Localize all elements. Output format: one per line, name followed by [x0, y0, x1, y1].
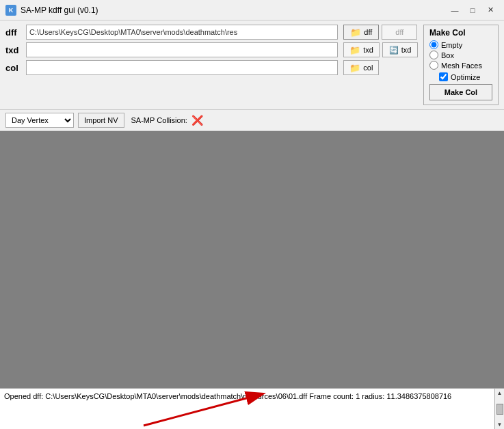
radio-empty-input[interactable]	[429, 40, 438, 49]
txd-folder-button[interactable]: 📁 txd	[343, 42, 380, 57]
collision-label: SA-MP Collision:	[131, 116, 187, 124]
dff-folder-button[interactable]: 📁 dff	[343, 25, 379, 40]
scrollbar-down-arrow[interactable]: ▼	[497, 421, 503, 428]
import-nv-button[interactable]: Import NV	[78, 113, 124, 128]
radio-empty-label: Empty	[441, 41, 462, 49]
folder-icon-txd: 📁	[349, 45, 360, 55]
radio-mesh[interactable]: Mesh Faces	[429, 61, 492, 70]
close-button[interactable]: ✕	[482, 3, 499, 17]
folder-icon-col: 📁	[349, 63, 360, 73]
dff-action-label: dff	[395, 28, 403, 36]
minimize-button[interactable]: —	[447, 3, 463, 17]
dff-action-button[interactable]: dff	[382, 25, 417, 40]
radio-box-input[interactable]	[429, 51, 438, 59]
radio-box-label: Box	[441, 51, 454, 59]
optimize-checkbox-input[interactable]	[439, 72, 448, 81]
txd-label: txd	[5, 45, 22, 55]
dff-label: dff	[5, 27, 22, 38]
txd-input[interactable]	[26, 42, 338, 57]
col-folder-button[interactable]: 📁 col	[343, 60, 379, 75]
status-bar: Opened dff: C:\Users\KeysCG\Desktop\MTA0…	[0, 388, 504, 429]
refresh-icon: 🔄	[389, 46, 399, 55]
dff-btn-row: 📁 dff dff	[343, 25, 417, 40]
svg-line-1	[144, 398, 246, 426]
window-controls: — □ ✕	[447, 3, 499, 17]
scrollbar-up-arrow[interactable]: ▲	[497, 390, 503, 396]
radio-mesh-input[interactable]	[429, 61, 438, 70]
app-icon: K	[5, 5, 16, 16]
folder-icon: 📁	[350, 27, 361, 38]
viewport	[0, 131, 504, 388]
title-bar-left: K SA-MP kdff gui (v0.1)	[5, 5, 98, 16]
txd-btn-row: 📁 txd 🔄 txd	[343, 42, 418, 57]
vertex-dropdown[interactable]: Day Vertex Night Vertex Day All Night Al…	[5, 113, 74, 128]
make-col-section: Make Col Empty Box Mesh Faces Optimize	[423, 25, 499, 105]
dff-row: dff	[5, 25, 338, 40]
col-label: col	[5, 63, 22, 73]
main-content: dff txd col 📁 dff d	[0, 20, 504, 429]
txd-refresh-label: txd	[401, 46, 412, 54]
radio-box[interactable]: Box	[429, 51, 492, 59]
window-title: SA-MP kdff gui (v0.1)	[21, 5, 98, 15]
make-col-title: Make Col	[429, 28, 492, 38]
file-button-group: 📁 dff dff 📁 txd 🔄 txd	[343, 25, 418, 75]
col-row: col	[5, 60, 338, 75]
col-btn-row: 📁 col	[343, 60, 379, 75]
make-col-radio-group: Empty Box Mesh Faces	[429, 40, 492, 70]
title-bar: K SA-MP kdff gui (v0.1) — □ ✕	[0, 0, 504, 20]
dff-input[interactable]	[26, 25, 338, 40]
red-arrow-annotation	[137, 391, 274, 429]
maximize-button[interactable]: □	[464, 3, 481, 17]
optimize-checkbox[interactable]: Optimize	[439, 72, 492, 81]
txd-row: txd	[5, 42, 338, 57]
radio-mesh-label: Mesh Faces	[441, 61, 482, 70]
make-col-button[interactable]: Make Col	[429, 84, 492, 100]
top-panel: dff txd col 📁 dff d	[0, 20, 504, 110]
col-input[interactable]	[26, 60, 338, 75]
txd-folder-label: txd	[363, 46, 373, 54]
scrollbar-thumb[interactable]	[496, 404, 503, 415]
dff-folder-label: dff	[364, 28, 372, 36]
status-scrollbar[interactable]: ▲ ▼	[494, 389, 504, 429]
toolbar: Day Vertex Night Vertex Day All Night Al…	[0, 110, 504, 131]
txd-refresh-button[interactable]: 🔄 txd	[382, 42, 418, 57]
form-section: dff txd col	[5, 25, 338, 75]
optimize-label: Optimize	[451, 73, 480, 81]
radio-empty[interactable]: Empty	[429, 40, 492, 49]
collision-icon: ❌	[191, 115, 203, 126]
col-folder-label: col	[363, 64, 373, 72]
